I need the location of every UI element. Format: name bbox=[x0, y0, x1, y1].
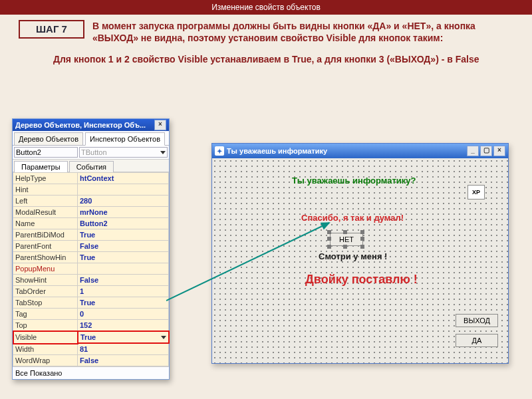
inspector-title-text: Дерево Объектов, Инспектор Объ... bbox=[15, 121, 153, 129]
property-value[interactable]: True bbox=[78, 331, 169, 343]
label-question[interactable]: Ты уважаешь информатику? bbox=[292, 176, 416, 186]
selection-handle[interactable] bbox=[360, 230, 364, 234]
property-name: Tag bbox=[13, 309, 78, 320]
button-exit[interactable]: ВЫХОД bbox=[456, 314, 498, 327]
property-value[interactable]: False bbox=[78, 241, 169, 252]
property-name: ParentFont bbox=[13, 241, 78, 252]
inspector-footer: Все Показано bbox=[13, 366, 169, 379]
property-row[interactable]: VisibleTrue bbox=[13, 331, 169, 344]
content: ШАГ 7 В момент запуска программы должны … bbox=[0, 15, 532, 66]
button-yes[interactable]: ДА bbox=[456, 334, 498, 347]
property-name: WordWrap bbox=[13, 355, 78, 366]
selection-handle[interactable] bbox=[343, 230, 347, 234]
property-name: Left bbox=[13, 196, 78, 207]
xp-manifest-component[interactable]: XP bbox=[467, 185, 485, 200]
property-value[interactable]: htContext bbox=[78, 173, 169, 184]
property-value[interactable]: False bbox=[78, 275, 169, 286]
property-name: ParentBiDiMod bbox=[13, 229, 78, 241]
property-row[interactable]: PopupMenu bbox=[13, 263, 169, 275]
property-value[interactable]: 81 bbox=[78, 344, 169, 355]
property-row[interactable]: ParentShowHinTrue bbox=[13, 252, 169, 263]
selection-handle[interactable] bbox=[327, 230, 331, 234]
inspector-top-tabs: Дерево Объектов Инспектор Объектов bbox=[13, 131, 169, 146]
page-title: Изменение свойств объектов bbox=[0, 0, 532, 15]
property-value[interactable]: True bbox=[78, 252, 169, 263]
tab-object-tree[interactable]: Дерево Объектов bbox=[14, 132, 83, 145]
form-titlebar[interactable]: ✦ Ты уважаешь информатику _ ▢ × bbox=[212, 144, 508, 158]
property-grid: HelpTypehtContextHintLeft280ModalResultm… bbox=[13, 172, 169, 366]
property-table: HelpTypehtContextHintLeft280ModalResultm… bbox=[13, 172, 169, 366]
label-reply-1[interactable]: Спасибо, я так и думал! bbox=[301, 213, 404, 223]
selection-handle[interactable] bbox=[327, 237, 331, 241]
close-icon[interactable]: × bbox=[154, 120, 166, 130]
property-name: ParentShowHin bbox=[13, 252, 78, 263]
form-preview-window[interactable]: ✦ Ты уважаешь информатику _ ▢ × Ты уважа… bbox=[211, 143, 509, 364]
property-value[interactable]: mrNone bbox=[78, 207, 169, 218]
property-row[interactable]: Top152 bbox=[13, 320, 169, 331]
property-value[interactable]: 1 bbox=[78, 286, 169, 297]
chevron-down-icon bbox=[160, 151, 166, 154]
property-row[interactable]: Left280 bbox=[13, 196, 169, 207]
tab-parameters[interactable]: Параметры bbox=[14, 161, 68, 172]
property-name: TabOrder bbox=[13, 286, 78, 297]
property-name: ModalResult bbox=[13, 207, 78, 218]
property-row[interactable]: ShowHintFalse bbox=[13, 275, 169, 286]
property-value[interactable]: False bbox=[78, 355, 169, 366]
property-name: ShowHint bbox=[13, 275, 78, 286]
minimize-icon[interactable]: _ bbox=[467, 146, 479, 156]
selection-handle[interactable] bbox=[360, 237, 364, 241]
property-name: HelpType bbox=[13, 173, 78, 184]
form-designer-surface[interactable]: Ты уважаешь информатику? XP Спасибо, я т… bbox=[212, 158, 508, 363]
combo-object-class[interactable]: TButton bbox=[79, 147, 168, 158]
property-name: PopupMenu bbox=[13, 263, 78, 275]
property-row[interactable]: NameButton2 bbox=[13, 218, 169, 229]
property-name: TabStop bbox=[13, 297, 78, 309]
paragraph-1: В момент запуска программы должны быть в… bbox=[92, 20, 513, 44]
property-name: Width bbox=[13, 344, 78, 355]
app-icon: ✦ bbox=[215, 146, 224, 156]
property-value[interactable] bbox=[78, 184, 169, 196]
combo-object-name[interactable]: Button2 bbox=[14, 147, 78, 158]
property-value[interactable]: Button2 bbox=[78, 218, 169, 229]
property-row[interactable]: Width81 bbox=[13, 344, 169, 355]
inspector-titlebar[interactable]: Дерево Объектов, Инспектор Объ... × bbox=[13, 119, 169, 131]
property-value[interactable]: True bbox=[78, 229, 169, 241]
property-row[interactable]: ParentFontFalse bbox=[13, 241, 169, 252]
property-name: Hint bbox=[13, 184, 78, 196]
property-value[interactable]: True bbox=[78, 297, 169, 309]
label-reply-3[interactable]: Двойку поставлю ! bbox=[305, 273, 418, 287]
property-name: Visible bbox=[13, 331, 78, 344]
property-value[interactable]: 280 bbox=[78, 196, 169, 207]
selection-handle[interactable] bbox=[327, 245, 331, 249]
tab-events[interactable]: События bbox=[69, 161, 114, 172]
property-row[interactable]: HelpTypehtContext bbox=[13, 173, 169, 184]
property-row[interactable]: Hint bbox=[13, 184, 169, 196]
chevron-down-icon[interactable] bbox=[161, 336, 166, 339]
combo-class-label: TButton bbox=[81, 148, 107, 156]
property-row[interactable]: TabStopTrue bbox=[13, 297, 169, 309]
form-title-text: Ты уважаешь информатику bbox=[227, 147, 327, 155]
property-value[interactable] bbox=[78, 263, 169, 275]
property-row[interactable]: Tag0 bbox=[13, 309, 169, 320]
close-icon[interactable]: × bbox=[493, 146, 505, 156]
maximize-icon[interactable]: ▢ bbox=[480, 146, 492, 156]
property-row[interactable]: WordWrapFalse bbox=[13, 355, 169, 366]
property-row[interactable]: TabOrder1 bbox=[13, 286, 169, 297]
property-row[interactable]: ParentBiDiModTrue bbox=[13, 229, 169, 241]
property-name: Top bbox=[13, 320, 78, 331]
selection-handle[interactable] bbox=[360, 245, 364, 249]
label-reply-2[interactable]: Смотри у меня ! bbox=[319, 251, 387, 261]
property-value[interactable]: 0 bbox=[78, 309, 169, 320]
selection-handle[interactable] bbox=[343, 245, 347, 249]
step-badge: ШАГ 7 bbox=[19, 20, 84, 39]
button-no[interactable]: НЕТ bbox=[330, 233, 363, 246]
property-name: Name bbox=[13, 218, 78, 229]
object-inspector-window[interactable]: Дерево Объектов, Инспектор Объ... × Дере… bbox=[12, 118, 170, 380]
tab-object-inspector[interactable]: Инспектор Объектов bbox=[85, 132, 165, 146]
property-row[interactable]: ModalResultmrNone bbox=[13, 207, 169, 218]
paragraph-2: Для кнопок 1 и 2 свойство Visible устана… bbox=[27, 53, 513, 65]
property-value[interactable]: 152 bbox=[78, 320, 169, 331]
